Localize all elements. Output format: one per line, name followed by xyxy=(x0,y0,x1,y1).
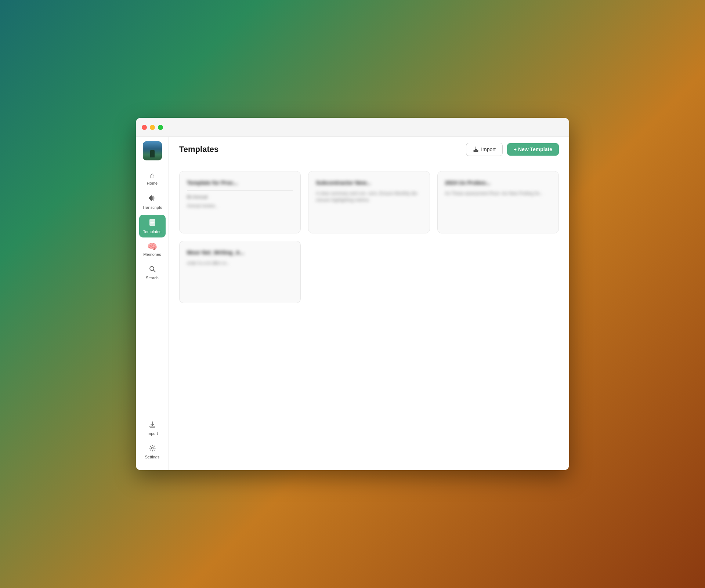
import-btn-icon xyxy=(473,146,479,152)
template-card[interactable]: Template for Proc... Bi-Annual Annual re… xyxy=(179,171,301,233)
svg-point-14 xyxy=(151,447,153,449)
search-icon xyxy=(149,265,156,274)
content-header: Templates Import + New Template xyxy=(169,137,569,162)
sidebar-item-import-label: Import xyxy=(147,431,158,436)
import-button[interactable]: Import xyxy=(466,143,503,156)
content-area: Templates Import + New Template xyxy=(169,137,569,470)
templates-grid: Template for Proc... Bi-Annual Annual re… xyxy=(169,162,569,470)
svg-rect-1 xyxy=(150,196,151,200)
template-card-title: Moor Net_Writing_A... xyxy=(187,249,293,255)
settings-icon xyxy=(149,444,156,453)
app-window: ⌂ Home Transcripts xyxy=(136,118,569,470)
traffic-lights xyxy=(142,125,163,130)
page-title: Templates xyxy=(179,145,218,154)
svg-rect-2 xyxy=(151,195,152,201)
sidebar-item-memories[interactable]: 🧠 Memories xyxy=(139,239,166,260)
maximize-button[interactable] xyxy=(158,125,163,130)
new-template-button-label: + New Template xyxy=(514,146,552,152)
templates-icon xyxy=(148,218,156,228)
minimize-button[interactable] xyxy=(150,125,155,130)
import-icon xyxy=(149,421,156,430)
svg-rect-3 xyxy=(152,196,153,200)
memories-icon: 🧠 xyxy=(147,243,157,251)
close-button[interactable] xyxy=(142,125,147,130)
svg-line-11 xyxy=(153,270,155,272)
transcripts-icon xyxy=(148,194,156,204)
home-icon: ⌂ xyxy=(150,171,155,179)
sidebar-bottom: Import Settings xyxy=(139,417,166,466)
svg-rect-15 xyxy=(474,150,478,152)
sidebar: ⌂ Home Transcripts xyxy=(136,137,169,470)
template-card-title: Template for Proc... xyxy=(187,179,293,186)
svg-rect-5 xyxy=(155,197,155,199)
title-bar xyxy=(136,118,569,137)
sidebar-item-transcripts[interactable]: Transcripts xyxy=(139,190,166,213)
main-layout: ⌂ Home Transcripts xyxy=(136,137,569,470)
avatar[interactable] xyxy=(143,141,162,160)
sidebar-item-templates[interactable]: Templates xyxy=(139,215,166,237)
template-card-title: 2024 Us Probes... xyxy=(445,179,551,186)
template-card[interactable]: Subcontractor New... A clear summary and… xyxy=(308,171,430,233)
sidebar-item-templates-label: Templates xyxy=(143,229,161,234)
template-card-description: A clear summary and con- cern, Ensure Mo… xyxy=(316,190,422,203)
svg-rect-4 xyxy=(153,196,154,201)
sidebar-item-home[interactable]: ⌂ Home xyxy=(139,168,166,189)
sidebar-item-import[interactable]: Import xyxy=(139,417,166,439)
svg-rect-12 xyxy=(150,426,155,427)
sidebar-item-home-label: Home xyxy=(147,181,158,185)
template-card[interactable]: Moor Net_Writing_A... order to a tri-dBm… xyxy=(179,241,301,303)
sidebar-item-transcripts-label: Transcripts xyxy=(142,205,162,210)
sidebar-item-settings-label: Settings xyxy=(145,455,160,459)
sidebar-item-search-label: Search xyxy=(146,276,159,280)
svg-point-10 xyxy=(150,266,154,271)
template-card-title: Subcontractor New... xyxy=(316,179,422,186)
header-actions: Import + New Template xyxy=(466,143,559,156)
sidebar-item-memories-label: Memories xyxy=(143,252,161,257)
template-card-description: An These assessment Rout- ine New Findin… xyxy=(445,190,551,197)
sidebar-item-search[interactable]: Search xyxy=(139,262,166,284)
svg-rect-0 xyxy=(149,197,150,199)
template-card-subtitle: Bi-Annual xyxy=(187,194,293,200)
template-card-description: order to a tri-dBm or... xyxy=(187,260,293,266)
template-card-description: Annual review... xyxy=(187,203,293,209)
avatar-image xyxy=(143,141,162,160)
template-divider xyxy=(187,190,293,190)
new-template-button[interactable]: + New Template xyxy=(507,143,559,156)
sidebar-item-settings[interactable]: Settings xyxy=(139,441,166,463)
template-card[interactable]: 2024 Us Probes... An These assessment Ro… xyxy=(437,171,559,233)
import-button-label: Import xyxy=(481,146,496,152)
sidebar-nav: ⌂ Home Transcripts xyxy=(139,168,166,417)
